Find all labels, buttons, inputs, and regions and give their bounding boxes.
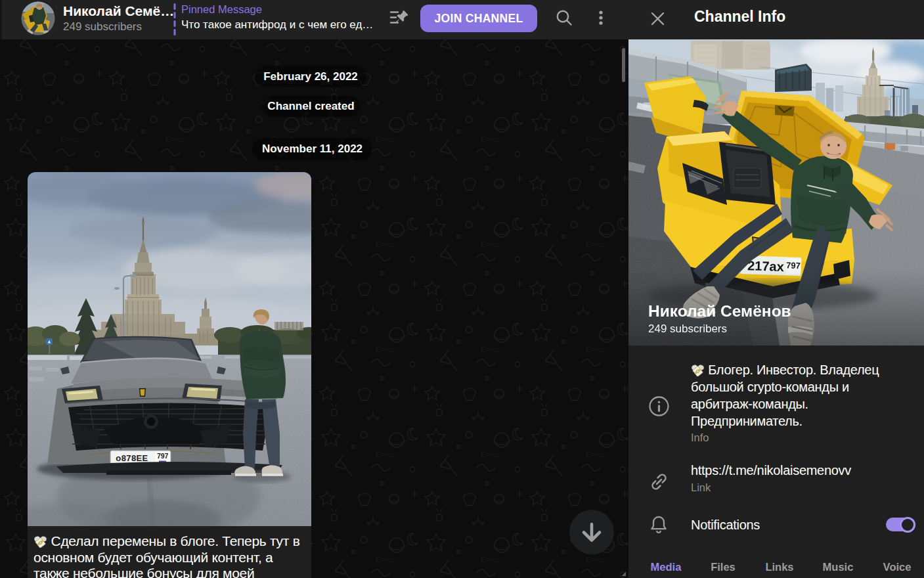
svg-text:о878ЕЕ: о878ЕЕ bbox=[116, 453, 148, 463]
svg-text:797: 797 bbox=[157, 452, 169, 460]
